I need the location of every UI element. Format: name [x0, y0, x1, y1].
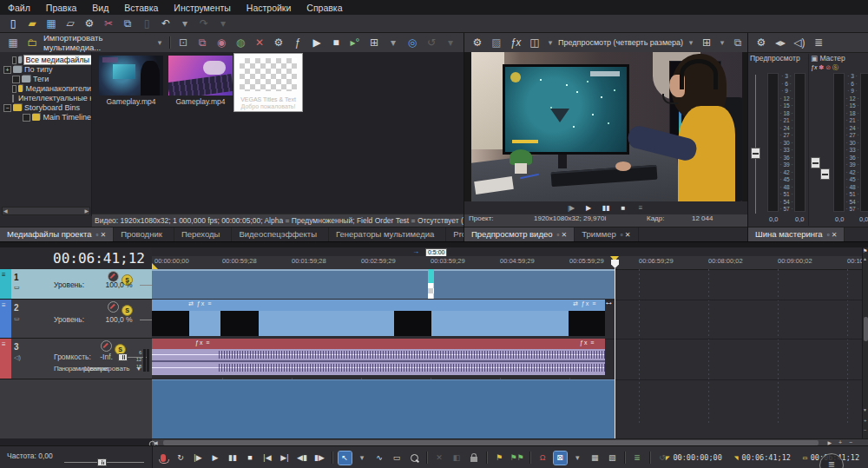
- insert-region-icon[interactable]: ⚑⚑: [510, 452, 524, 465]
- media-item-gameplay-2[interactable]: Gameplay.mp4: [168, 56, 233, 106]
- track-menu-icon[interactable]: ≡: [2, 340, 6, 348]
- audio-event-header[interactable]: ƒx ≡ƒx ≡: [152, 339, 605, 349]
- zoom-out-v-icon[interactable]: −: [864, 427, 867, 432]
- tree-item[interactable]: Main Timeline: [3, 113, 91, 122]
- video-event-lower[interactable]: [152, 379, 615, 438]
- track-row-3[interactable]: ƒx ≡ƒx ≡: [152, 339, 862, 380]
- new-project-icon[interactable]: ▯: [5, 15, 21, 32]
- media-tab[interactable]: Переходы: [174, 227, 233, 241]
- marker-flag-icon[interactable]: ⚑: [863, 247, 867, 254]
- sep[interactable]: [332, 452, 332, 464]
- loop-playback-icon[interactable]: ↻: [174, 452, 187, 465]
- preview-auto-icon[interactable]: ⊡: [175, 34, 191, 51]
- audio-output-icon[interactable]: ◁): [792, 34, 807, 51]
- tool-caret-icon[interactable]: ▾: [356, 452, 369, 465]
- sep[interactable]: [486, 452, 487, 464]
- menu-item[interactable]: Справка: [299, 3, 350, 13]
- scroll-left-icon[interactable]: ◀: [3, 208, 8, 214]
- selection-end-value[interactable]: 00:06:41;12: [742, 453, 791, 462]
- bus-fx-icon[interactable]: ƒx: [811, 64, 817, 70]
- video-event-2-thumbs[interactable]: [152, 311, 605, 336]
- auto-preview-icon[interactable]: ▸°: [347, 34, 363, 51]
- volume-value[interactable]: -Inf.: [100, 353, 113, 361]
- copy-snapshot-icon[interactable]: ⧉: [730, 34, 746, 51]
- tree-item[interactable]: Интеллектуальные наб: [3, 94, 91, 102]
- zoom-in-v-icon[interactable]: +: [864, 418, 867, 423]
- caret-icon[interactable]: ▾: [385, 34, 401, 51]
- solo-bus-icon[interactable]: Ⓢ: [832, 64, 838, 70]
- snap-magnet-icon[interactable]: Ω: [536, 452, 549, 465]
- tree-item[interactable]: Теги: [3, 75, 91, 83]
- timeline-vscrollbar[interactable]: ⚑ ▲ ▼ + −: [862, 247, 868, 438]
- audio-channel-left[interactable]: [152, 349, 605, 362]
- preview-quality-button[interactable]: Предпросмотр (четверть размера): [558, 38, 683, 47]
- playhead-line[interactable]: [615, 268, 615, 438]
- play-from-start-icon[interactable]: |▶: [565, 201, 578, 214]
- level-value[interactable]: 100,0 %: [105, 315, 132, 324]
- track-header-2[interactable]: ≡ 2 ▭ S Уровень: 100,0 %: [0, 300, 152, 339]
- open-project-icon[interactable]: ▰: [24, 15, 40, 32]
- time-ruler[interactable]: 00:00:00;0000:00:59;2800:01:59;2800:02:5…: [152, 256, 862, 270]
- mixer-faders-icon[interactable]: ≣: [811, 34, 826, 51]
- audio-channel-right[interactable]: [152, 362, 605, 375]
- vscroll-thumb[interactable]: [864, 317, 868, 341]
- track-row-1[interactable]: [152, 269, 862, 300]
- grid-view-icon[interactable]: ▦: [5, 34, 21, 51]
- tree-item[interactable]: − Storyboard Bins: [3, 103, 91, 112]
- preview-menu-icon[interactable]: ≡: [635, 201, 648, 214]
- caret-down-icon[interactable]: ▾: [687, 34, 695, 51]
- mute-button[interactable]: [108, 301, 119, 313]
- selection-start-value[interactable]: 00:00:00;00: [673, 453, 721, 462]
- pause-icon[interactable]: ▮▮: [600, 201, 613, 214]
- track-menu-icon[interactable]: ≡: [2, 301, 6, 309]
- marker-bar[interactable]: → 0:5:00: [152, 247, 862, 256]
- menu-item[interactable]: Вставка: [116, 3, 166, 13]
- zoom-out-h-icon[interactable]: −: [849, 439, 852, 445]
- caret-icon[interactable]: ▾: [443, 34, 458, 51]
- render-as-icon[interactable]: ▱: [62, 15, 78, 32]
- bypass-icon[interactable]: ⊘: [825, 64, 831, 70]
- track-color-strip[interactable]: ≡: [0, 269, 11, 299]
- event-buttons[interactable]: ⇄ ƒx ≡: [573, 300, 596, 307]
- track-color-strip[interactable]: ≡: [0, 339, 11, 379]
- search-icon[interactable]: ◎: [404, 34, 420, 51]
- menu-item[interactable]: Настройки: [239, 3, 299, 13]
- play-from-start-icon[interactable]: |▶: [192, 452, 205, 465]
- group-events-icon[interactable]: ▦: [589, 452, 602, 465]
- titles-clip[interactable]: [428, 269, 434, 283]
- menu-item[interactable]: Инструменты: [166, 3, 238, 13]
- caret-down-icon[interactable]: ▾: [546, 34, 555, 51]
- selection-tool-icon[interactable]: ▭: [391, 452, 404, 465]
- trim-icon[interactable]: ◧: [450, 452, 464, 465]
- insert-marker-icon[interactable]: ⚑: [493, 452, 506, 465]
- auto-ripple-icon[interactable]: ⊠: [554, 452, 567, 465]
- tree-expander[interactable]: +: [3, 66, 11, 74]
- event-pan-crop-icon[interactable]: ▧: [606, 452, 619, 465]
- sep[interactable]: [649, 452, 650, 464]
- track-row-2[interactable]: ⇄ ƒx ≡⇄ ƒx ≡: [152, 300, 862, 339]
- go-to-end-icon[interactable]: ▶|: [279, 452, 292, 465]
- video-fx-icon[interactable]: ƒx: [508, 34, 523, 51]
- tree-expander[interactable]: [12, 95, 14, 102]
- tree-expander[interactable]: −: [3, 104, 11, 112]
- caret-down-icon[interactable]: ▾: [718, 34, 727, 51]
- sep[interactable]: [624, 452, 625, 464]
- scroll-up-icon[interactable]: ▲: [863, 256, 867, 261]
- level-value[interactable]: 100,0 %: [105, 280, 132, 289]
- event-buttons[interactable]: ⇄ ƒx ≡: [188, 300, 212, 307]
- play-icon[interactable]: ▶: [209, 452, 222, 465]
- media-fx-icon[interactable]: ƒ: [290, 34, 306, 51]
- track-menu-icon[interactable]: ≡: [2, 271, 6, 279]
- media-item-gameplay-1[interactable]: Gameplay.mp4: [99, 56, 163, 106]
- media-properties-icon[interactable]: ⚙: [271, 34, 286, 51]
- caret-down-icon[interactable]: ▾: [155, 34, 164, 51]
- paste-icon[interactable]: ▯: [139, 15, 155, 32]
- get-media-icon[interactable]: ◍: [233, 34, 248, 51]
- master-fader-left[interactable]: [811, 157, 820, 168]
- insert-bus-icon[interactable]: ◂▸: [773, 34, 788, 51]
- sep[interactable]: [426, 452, 427, 464]
- envelope-tool-icon[interactable]: ∿: [373, 452, 386, 465]
- expand-caret-icon[interactable]: ▲: [101, 458, 106, 463]
- caret-icon[interactable]: ▾: [177, 15, 193, 32]
- tree-expander[interactable]: [12, 76, 20, 83]
